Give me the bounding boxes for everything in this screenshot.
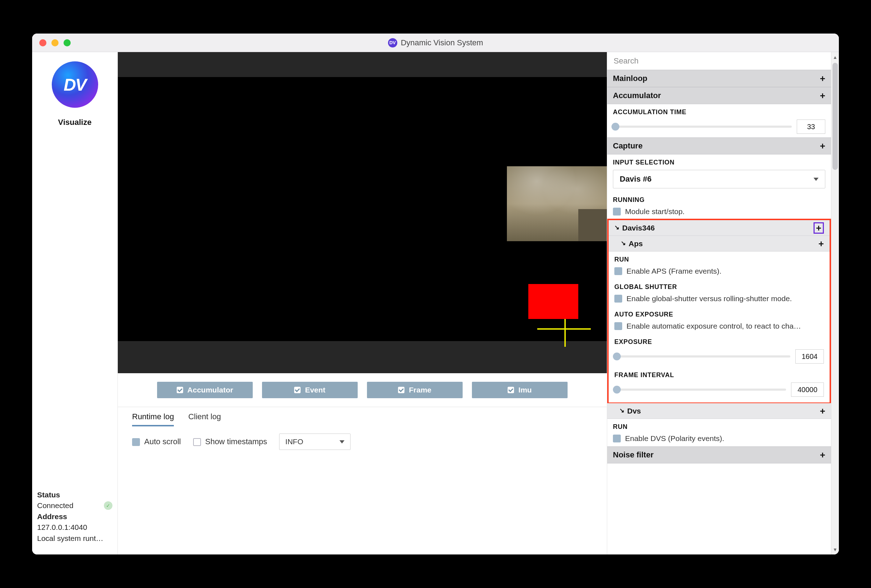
- section-capture[interactable]: Capture+: [607, 137, 831, 155]
- minimize-icon[interactable]: [51, 39, 58, 46]
- panel-scrollbar[interactable]: ▲ ▼: [831, 52, 839, 554]
- aps-run-checkbox[interactable]: [614, 267, 622, 275]
- auto-exposure-checkbox[interactable]: [614, 322, 622, 330]
- scroll-down-icon[interactable]: ▼: [831, 546, 839, 553]
- log-level-select[interactable]: INFO: [279, 433, 350, 450]
- frame-interval-value[interactable]: 40000: [791, 382, 824, 397]
- slider-knob-icon[interactable]: [612, 123, 620, 131]
- setting-frame-interval: FRAME INTERVAL 40000: [609, 367, 830, 403]
- plus-icon[interactable]: +: [820, 91, 825, 100]
- crosshair-horizontal: [537, 328, 591, 330]
- auto-exposure-label: AUTO EXPOSURE: [614, 311, 824, 318]
- chevron-down-icon: [814, 178, 819, 181]
- scroll-thumb[interactable]: [832, 63, 838, 170]
- toggle-imu-button[interactable]: Imu: [472, 382, 567, 398]
- checkmark-icon: [398, 387, 404, 393]
- slider-knob-icon[interactable]: [613, 386, 621, 394]
- accum-time-slider[interactable]: [613, 125, 792, 128]
- maximize-icon[interactable]: [64, 39, 71, 46]
- setting-accumulation-time: ACCUMULATION TIME 33: [607, 104, 831, 137]
- search-input[interactable]: [607, 52, 831, 70]
- frame-preview: [507, 166, 607, 241]
- setting-exposure: EXPOSURE 1604: [609, 334, 830, 367]
- running-label: RUNNING: [613, 196, 825, 204]
- close-icon[interactable]: [39, 39, 46, 46]
- properties-panel: Mainloop+ Accumulator+ ACCUMULATION TIME…: [607, 52, 839, 554]
- visualizer-viewport[interactable]: [118, 52, 607, 373]
- subsection-dvs[interactable]: ↘Dvs +: [607, 403, 831, 419]
- frame-interval-slider[interactable]: [614, 388, 786, 391]
- show-timestamps-checkbox[interactable]: Show timestamps: [193, 437, 267, 446]
- setting-input-selection: INPUT SELECTION Davis #6: [607, 155, 831, 192]
- aps-run-label: RUN: [614, 256, 824, 263]
- tab-client-log[interactable]: Client log: [188, 412, 221, 426]
- plus-icon[interactable]: +: [819, 239, 824, 248]
- checkmark-icon: [294, 387, 301, 393]
- autoscroll-checkbox[interactable]: Auto scroll: [132, 437, 181, 446]
- crosshair-vertical: [564, 319, 566, 347]
- expand-arrow-icon: ↘: [621, 239, 626, 247]
- global-shutter-checkbox[interactable]: [614, 295, 622, 303]
- setting-aps-run: RUN Enable APS (Frame events).: [609, 252, 830, 279]
- subsection-aps[interactable]: ↘Aps +: [609, 236, 830, 252]
- dvs-run-desc: Enable DVS (Polarity events).: [625, 434, 724, 443]
- exposure-value[interactable]: 1604: [795, 349, 824, 364]
- checkmark-icon: [177, 387, 183, 393]
- highlight-davis346-region: ↘Davis346 + ↘Aps + RUN Enable APS (Frame…: [607, 219, 831, 404]
- frame-interval-label: FRAME INTERVAL: [614, 372, 824, 379]
- tab-runtime-log[interactable]: Runtime log: [132, 412, 174, 426]
- global-shutter-label: GLOBAL SHUTTER: [614, 283, 824, 291]
- section-mainloop[interactable]: Mainloop+: [607, 70, 831, 87]
- stream-toggle-row: Accumulator Event Frame Imu: [118, 373, 607, 407]
- status-value: Connected: [37, 500, 73, 511]
- dvs-run-checkbox[interactable]: [613, 434, 621, 442]
- plus-icon[interactable]: +: [820, 406, 825, 416]
- status-ok-icon: ✓: [104, 501, 112, 510]
- address-heading: Address: [37, 511, 112, 522]
- address-value: 127.0.0.1:4040: [37, 522, 112, 533]
- global-shutter-desc: Enable global-shutter versus rolling-shu…: [627, 294, 792, 303]
- log-panel: Runtime log Client log Auto scroll Show …: [118, 407, 607, 464]
- expand-arrow-icon: ↘: [620, 407, 624, 414]
- dvs-run-label: RUN: [613, 423, 825, 431]
- app-icon: DV: [388, 38, 397, 48]
- checkmark-icon: [507, 387, 514, 393]
- running-desc: Module start/stop.: [625, 207, 685, 216]
- plus-icon[interactable]: +: [816, 223, 822, 233]
- auto-exposure-desc: Enable automatic exposure control, to re…: [627, 322, 801, 330]
- app-window: DV Dynamic Vision System DV Visualize St…: [32, 34, 839, 554]
- window-title-text: Dynamic Vision System: [401, 38, 483, 48]
- center-pane: Accumulator Event Frame Imu Runtime log …: [118, 52, 607, 554]
- aps-run-desc: Enable APS (Frame events).: [627, 267, 721, 275]
- chevron-down-icon: [340, 440, 344, 443]
- exposure-slider[interactable]: [614, 355, 790, 358]
- sidebar-visualize-label[interactable]: Visualize: [58, 118, 92, 127]
- scroll-up-icon[interactable]: ▲: [831, 54, 839, 61]
- setting-dvs-run: RUN Enable DVS (Polarity events).: [607, 419, 831, 446]
- logo-icon: DV: [52, 61, 98, 108]
- section-noise-filter[interactable]: Noise filter+: [607, 446, 831, 464]
- toggle-accumulator-button[interactable]: Accumulator: [157, 382, 253, 398]
- plus-icon[interactable]: +: [820, 450, 825, 460]
- input-selection-select[interactable]: Davis #6: [613, 170, 825, 188]
- input-selection-label: INPUT SELECTION: [613, 159, 825, 166]
- slider-knob-icon[interactable]: [613, 352, 621, 360]
- setting-global-shutter: GLOBAL SHUTTER Enable global-shutter ver…: [609, 279, 830, 306]
- running-checkbox[interactable]: [613, 207, 621, 215]
- titlebar: DV Dynamic Vision System: [32, 34, 839, 52]
- accum-time-value[interactable]: 33: [797, 119, 825, 134]
- setting-running: RUNNING Module start/stop.: [607, 192, 831, 219]
- plus-icon[interactable]: +: [820, 141, 825, 151]
- toggle-frame-button[interactable]: Frame: [367, 382, 462, 398]
- window-controls: [39, 39, 71, 46]
- system-runtime-text: Local system runt…: [37, 533, 112, 544]
- status-heading: Status: [37, 490, 112, 500]
- accum-time-label: ACCUMULATION TIME: [613, 109, 825, 116]
- section-accumulator[interactable]: Accumulator+: [607, 87, 831, 104]
- subsection-davis346[interactable]: ↘Davis346 +: [609, 220, 830, 236]
- window-title: DV Dynamic Vision System: [388, 38, 483, 48]
- toggle-event-button[interactable]: Event: [262, 382, 358, 398]
- search-field[interactable]: [607, 52, 831, 70]
- plus-icon[interactable]: +: [820, 74, 825, 83]
- status-block: Status Connected ✓ Address 127.0.0.1:404…: [32, 490, 117, 554]
